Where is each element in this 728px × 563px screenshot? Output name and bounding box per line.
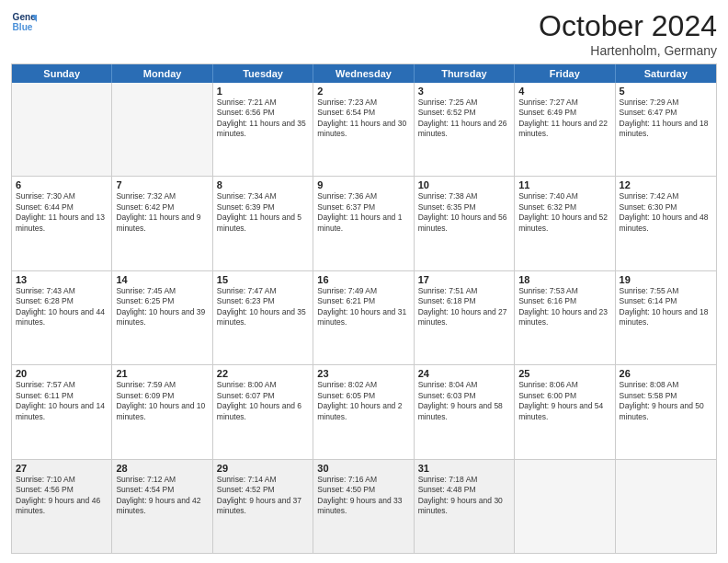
calendar-cell: 22Sunrise: 8:00 AMSunset: 6:07 PMDayligh…	[213, 365, 313, 458]
sunset-text: Sunset: 6:30 PM	[620, 202, 712, 213]
calendar-cell	[112, 83, 212, 176]
day-number: 14	[116, 274, 208, 285]
sunrise-text: Sunrise: 7:27 AM	[518, 98, 610, 108]
calendar-cell: 20Sunrise: 7:57 AMSunset: 6:11 PMDayligh…	[12, 365, 112, 458]
calendar-cell: 19Sunrise: 7:55 AMSunset: 6:14 PMDayligh…	[616, 271, 716, 364]
daylight-text: Daylight: 10 hours and 35 minutes.	[217, 307, 309, 328]
sunset-text: Sunset: 6:44 PM	[16, 202, 108, 213]
sunrise-text: Sunrise: 7:53 AM	[518, 286, 610, 296]
sunrise-text: Sunrise: 7:10 AM	[16, 475, 108, 485]
sunset-text: Sunset: 6:35 PM	[418, 202, 510, 213]
month-title: October 2024	[539, 9, 717, 43]
sunrise-text: Sunrise: 7:23 AM	[317, 98, 409, 108]
daylight-text: Daylight: 10 hours and 6 minutes.	[217, 401, 309, 422]
daylight-text: Daylight: 10 hours and 48 minutes.	[620, 213, 712, 234]
sunset-text: Sunset: 6:28 PM	[16, 296, 108, 306]
day-number: 26	[620, 368, 712, 379]
day-number: 9	[317, 179, 409, 190]
sunrise-text: Sunrise: 7:59 AM	[116, 380, 208, 390]
calendar-cell: 28Sunrise: 7:12 AMSunset: 4:54 PMDayligh…	[112, 460, 212, 553]
sunrise-text: Sunrise: 7:43 AM	[16, 286, 108, 296]
day-number: 10	[418, 179, 510, 190]
calendar-cell: 3Sunrise: 7:25 AMSunset: 6:52 PMDaylight…	[415, 83, 515, 176]
calendar-header-row: Sunday Monday Tuesday Wednesday Thursday…	[12, 64, 716, 83]
day-number: 15	[217, 274, 309, 285]
logo-icon: General Blue	[11, 9, 37, 35]
calendar-cell: 8Sunrise: 7:34 AMSunset: 6:39 PMDaylight…	[213, 177, 313, 270]
calendar-cell: 12Sunrise: 7:42 AMSunset: 6:30 PMDayligh…	[616, 177, 716, 270]
location-title: Hartenholm, Germany	[539, 43, 717, 58]
day-number: 7	[116, 179, 208, 190]
day-number: 31	[418, 463, 510, 474]
calendar-cell: 23Sunrise: 8:02 AMSunset: 6:05 PMDayligh…	[313, 365, 414, 458]
sunrise-text: Sunrise: 7:51 AM	[418, 286, 510, 296]
calendar-cell: 24Sunrise: 8:04 AMSunset: 6:03 PMDayligh…	[415, 365, 515, 458]
calendar-cell: 6Sunrise: 7:30 AMSunset: 6:44 PMDaylight…	[12, 177, 112, 270]
daylight-text: Daylight: 9 hours and 46 minutes.	[16, 496, 108, 517]
sunset-text: Sunset: 6:00 PM	[518, 391, 610, 401]
day-number: 2	[317, 86, 409, 97]
daylight-text: Daylight: 11 hours and 35 minutes.	[217, 119, 309, 140]
daylight-text: Daylight: 10 hours and 10 minutes.	[116, 401, 208, 422]
calendar-cell: 13Sunrise: 7:43 AMSunset: 6:28 PMDayligh…	[12, 271, 112, 364]
header-thursday: Thursday	[415, 64, 515, 83]
day-number: 11	[518, 179, 610, 190]
daylight-text: Daylight: 10 hours and 31 minutes.	[317, 307, 409, 328]
daylight-text: Daylight: 10 hours and 14 minutes.	[16, 401, 108, 422]
calendar-cell: 25Sunrise: 8:06 AMSunset: 6:00 PMDayligh…	[515, 365, 615, 458]
daylight-text: Daylight: 10 hours and 52 minutes.	[518, 213, 610, 234]
sunrise-text: Sunrise: 7:45 AM	[116, 286, 208, 296]
header-tuesday: Tuesday	[213, 64, 313, 83]
calendar-cell: 18Sunrise: 7:53 AMSunset: 6:16 PMDayligh…	[515, 271, 615, 364]
sunset-text: Sunset: 6:11 PM	[16, 391, 108, 401]
sunrise-text: Sunrise: 7:47 AM	[217, 286, 309, 296]
sunset-text: Sunset: 4:50 PM	[317, 485, 409, 495]
header-friday: Friday	[515, 64, 615, 83]
daylight-text: Daylight: 10 hours and 44 minutes.	[16, 307, 108, 328]
daylight-text: Daylight: 11 hours and 1 minute.	[317, 213, 409, 234]
sunset-text: Sunset: 4:56 PM	[16, 485, 108, 495]
calendar-cell: 5Sunrise: 7:29 AMSunset: 6:47 PMDaylight…	[616, 83, 716, 176]
daylight-text: Daylight: 9 hours and 30 minutes.	[418, 496, 510, 517]
daylight-text: Daylight: 10 hours and 27 minutes.	[418, 307, 510, 328]
sunset-text: Sunset: 4:54 PM	[116, 485, 208, 495]
calendar-cell	[12, 83, 112, 176]
sunset-text: Sunset: 4:48 PM	[418, 485, 510, 495]
sunrise-text: Sunrise: 7:38 AM	[418, 191, 510, 201]
day-number: 27	[16, 463, 108, 474]
calendar-cell: 2Sunrise: 7:23 AMSunset: 6:54 PMDaylight…	[313, 83, 414, 176]
sunrise-text: Sunrise: 8:08 AM	[620, 380, 712, 390]
calendar-cell: 7Sunrise: 7:32 AMSunset: 6:42 PMDaylight…	[112, 177, 212, 270]
sunrise-text: Sunrise: 7:30 AM	[16, 191, 108, 201]
day-number: 28	[116, 463, 208, 474]
day-number: 20	[16, 368, 108, 379]
calendar-cell	[616, 460, 716, 553]
sunrise-text: Sunrise: 7:40 AM	[518, 191, 610, 201]
svg-text:Blue: Blue	[13, 22, 33, 32]
daylight-text: Daylight: 9 hours and 50 minutes.	[620, 401, 712, 422]
day-number: 30	[317, 463, 409, 474]
sunset-text: Sunset: 6:05 PM	[317, 391, 409, 401]
sunset-text: Sunset: 6:25 PM	[116, 296, 208, 306]
calendar-week-4: 20Sunrise: 7:57 AMSunset: 6:11 PMDayligh…	[12, 364, 716, 458]
calendar-cell: 29Sunrise: 7:14 AMSunset: 4:52 PMDayligh…	[213, 460, 313, 553]
daylight-text: Daylight: 10 hours and 56 minutes.	[418, 213, 510, 234]
day-number: 12	[620, 179, 712, 190]
day-number: 24	[418, 368, 510, 379]
day-number: 8	[217, 179, 309, 190]
calendar-cell: 31Sunrise: 7:18 AMSunset: 4:48 PMDayligh…	[415, 460, 515, 553]
day-number: 17	[418, 274, 510, 285]
calendar-cell: 14Sunrise: 7:45 AMSunset: 6:25 PMDayligh…	[112, 271, 212, 364]
daylight-text: Daylight: 11 hours and 9 minutes.	[116, 213, 208, 234]
calendar-week-1: 1Sunrise: 7:21 AMSunset: 6:56 PMDaylight…	[12, 83, 716, 176]
daylight-text: Daylight: 11 hours and 26 minutes.	[418, 119, 510, 140]
sunset-text: Sunset: 6:49 PM	[518, 108, 610, 118]
daylight-text: Daylight: 9 hours and 33 minutes.	[317, 496, 409, 517]
daylight-text: Daylight: 11 hours and 18 minutes.	[620, 119, 712, 140]
calendar-week-3: 13Sunrise: 7:43 AMSunset: 6:28 PMDayligh…	[12, 270, 716, 364]
page: General Blue October 2024 Hartenholm, Ge…	[0, 0, 728, 563]
day-number: 16	[317, 274, 409, 285]
sunrise-text: Sunrise: 7:49 AM	[317, 286, 409, 296]
sunset-text: Sunset: 6:39 PM	[217, 202, 309, 213]
daylight-text: Daylight: 10 hours and 18 minutes.	[620, 307, 712, 328]
